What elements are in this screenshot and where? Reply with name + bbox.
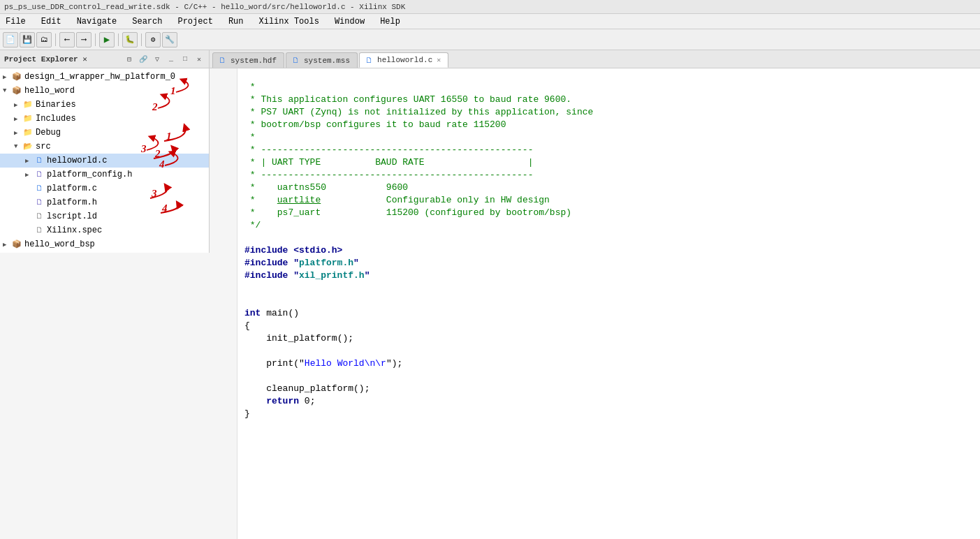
tree-arrow-debug: ▶ (14, 129, 21, 137)
tree-arrow-platform-c (25, 185, 32, 192)
tree-icon-helloword: 📦 (11, 86, 22, 96)
line-num (214, 357, 233, 370)
tab-system-hdf[interactable]: 🗋 system.hdf (212, 52, 284, 68)
explorer-link[interactable]: 🔗 (138, 54, 149, 65)
menu-window[interactable]: Window (332, 16, 367, 27)
line-num (214, 244, 233, 257)
toolbar-sep-1 (55, 34, 56, 46)
explorer-title: Project Explorer ✕ (4, 54, 87, 64)
tree-arrow-design1: ▶ (3, 73, 10, 81)
menu-bar: File Edit Navigate Search Project Run Xi… (0, 14, 980, 29)
tree-arrow-binaries: ▶ (14, 101, 21, 109)
tab-label-system-hdf: system.hdf (231, 57, 277, 65)
tab-label-system-mss: system.mss (304, 57, 350, 65)
tree-item-design1[interactable]: ▶ 📦 design_1_wrapper_hw_platform_0 (0, 70, 209, 84)
line-num (214, 282, 233, 295)
toolbar: 📄 💾 🗂 ⟵ ⟶ ▶ 🐛 ⚙ 🔧 (0, 29, 980, 50)
left-panel-wrapper: 1 2 3 4 (0, 50, 210, 539)
tree-arrow-includes: ▶ (14, 115, 21, 123)
main-area: 1 2 3 4 (0, 50, 980, 539)
explorer-minimize[interactable]: _ (166, 54, 177, 65)
tree-label-includes: Includes (36, 114, 76, 124)
tree-item-platform-c[interactable]: 🗋 platform.c (0, 182, 209, 195)
line-num (214, 68, 233, 81)
toolbar-ext2[interactable]: 🔧 (162, 32, 177, 47)
tree-item-src[interactable]: ▼ 📂 src (0, 140, 209, 154)
tab-helloworld-c[interactable]: 🗋 helloworld.c ✕ (359, 52, 448, 68)
menu-project[interactable]: Project (175, 16, 215, 27)
tree-icon-platform-config-h: 🗋 (34, 170, 45, 179)
menu-file[interactable]: File (3, 16, 29, 27)
toolbar-save-all[interactable]: 🗂 (36, 32, 52, 47)
tree-icon-xilinx-spec: 🗋 (34, 226, 45, 235)
line-num (214, 320, 233, 332)
explorer-filter[interactable]: ▽ (152, 54, 163, 65)
tree-arrow-src: ▼ (14, 143, 21, 150)
tree-item-debug[interactable]: ▶ 📁 Debug (0, 126, 209, 140)
tree-item-helloworld-c[interactable]: ▶ 🗋 helloworld.c (0, 154, 209, 168)
explorer-header: Project Explorer ✕ ⊟ 🔗 ▽ _ □ ✕ (0, 50, 209, 68)
tree-label-lscript-ld: lscript.ld (47, 212, 97, 221)
tree-item-xilinx-spec[interactable]: 🗋 Xilinx.spec (0, 223, 209, 237)
tree-label-helloworld-c: helloworld.c (47, 156, 107, 165)
title-bar: ps_ps_use_DDR_control_read_write.sdk - C… (0, 0, 980, 14)
tab-system-mss[interactable]: 🗋 system.mss (286, 52, 358, 68)
explorer-tree: ▶ 📦 design_1_wrapper_hw_platform_0 ▼ 📦 h… (0, 68, 209, 253)
line-num (214, 106, 233, 119)
tab-close-helloworld-c[interactable]: ✕ (437, 56, 441, 64)
toolbar-sep-4 (141, 34, 142, 46)
tab-icon-system-hdf: 🗋 (219, 56, 226, 65)
line-num (214, 207, 233, 219)
explorer-collapse-all[interactable]: ⊟ (124, 54, 135, 65)
tree-icon-helloword-bsp: 📦 (11, 239, 22, 249)
toolbar-build[interactable]: ▶ (99, 32, 115, 47)
tree-item-helloword[interactable]: ▼ 📦 hello_word (0, 84, 209, 98)
menu-navigate[interactable]: Navigate (74, 16, 120, 27)
line-num (214, 94, 233, 106)
line-num (214, 270, 233, 282)
tree-arrow-lscript-ld (25, 213, 32, 220)
menu-xilinx[interactable]: Xilinx Tools (256, 16, 321, 27)
line-num (214, 370, 233, 383)
menu-help[interactable]: Help (377, 16, 403, 27)
tree-item-helloword-bsp[interactable]: ▶ 📦 hello_word_bsp (0, 237, 209, 251)
line-num (214, 345, 233, 357)
line-num (214, 81, 233, 94)
line-num (214, 169, 233, 182)
tree-arrow-helloword: ▼ (3, 87, 10, 94)
toolbar-debug[interactable]: 🐛 (122, 32, 138, 47)
tree-label-platform-config-h: platform_config.h (47, 170, 132, 179)
explorer-header-icons: ⊟ 🔗 ▽ _ □ ✕ (124, 54, 205, 65)
tree-item-platform-config-h[interactable]: ▶ 🗋 platform_config.h (0, 168, 209, 182)
explorer-close[interactable]: ✕ (193, 54, 205, 65)
code-lines[interactable]: * * This application configures UART 165… (237, 68, 980, 539)
toolbar-back[interactable]: ⟵ (59, 32, 75, 47)
tree-icon-lscript-ld: 🗋 (34, 212, 45, 221)
menu-edit[interactable]: Edit (38, 16, 64, 27)
explorer-maximize[interactable]: □ (180, 54, 191, 65)
toolbar-forward[interactable]: ⟶ (76, 32, 92, 47)
tree-icon-debug: 📁 (22, 128, 34, 138)
toolbar-save[interactable]: 💾 (20, 32, 35, 47)
tree-arrow-platform-config-h: ▶ (25, 171, 32, 179)
line-num (214, 332, 233, 345)
tree-item-binaries[interactable]: ▶ 📁 Binaries (0, 98, 209, 112)
toolbar-new[interactable]: 📄 (3, 32, 18, 47)
menu-run[interactable]: Run (226, 16, 247, 27)
line-num (214, 156, 233, 169)
tree-arrow-helloworld-c: ▶ (25, 157, 32, 165)
line-num (214, 257, 233, 270)
tree-item-includes[interactable]: ▶ 📁 Includes (0, 112, 209, 126)
tree-icon-platform-c: 🗋 (34, 184, 45, 193)
tree-label-platform-h: platform.h (47, 198, 97, 207)
tree-item-lscript-ld[interactable]: 🗋 lscript.ld (0, 209, 209, 223)
tree-arrow-platform-h (25, 199, 32, 206)
menu-search[interactable]: Search (129, 16, 165, 27)
tree-label-xilinx-spec: Xilinx.spec (47, 226, 102, 235)
line-num (214, 307, 233, 320)
line-num (214, 383, 233, 395)
tree-item-platform-h[interactable]: 🗋 platform.h (0, 195, 209, 209)
line-num (214, 295, 233, 307)
editor-content[interactable]: * * This application configures UART 165… (210, 68, 980, 539)
toolbar-ext1[interactable]: ⚙ (145, 32, 161, 47)
